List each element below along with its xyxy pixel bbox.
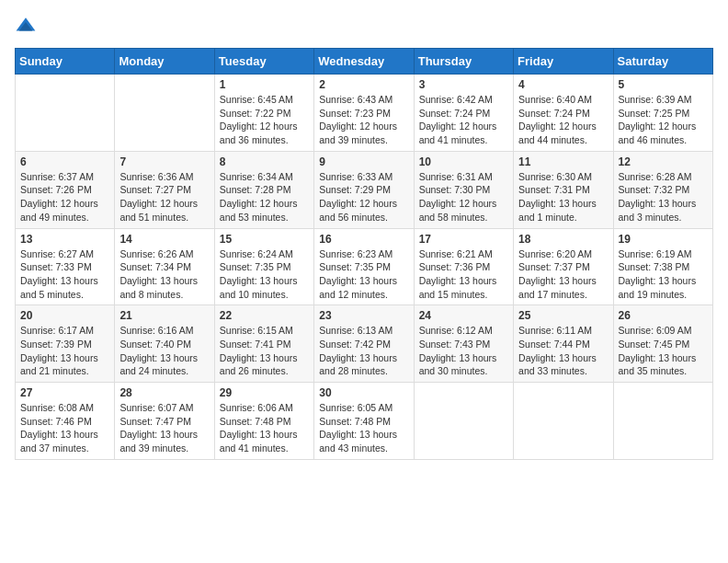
day-info: Sunrise: 6:28 AM Sunset: 7:32 PM Dayligh… — [619, 170, 708, 224]
header-tuesday: Tuesday — [214, 49, 313, 75]
day-info: Sunrise: 6:43 AM Sunset: 7:23 PM Dayligh… — [319, 93, 408, 147]
calendar-cell: 12Sunrise: 6:28 AM Sunset: 7:32 PM Dayli… — [613, 151, 712, 228]
calendar-cell: 3Sunrise: 6:42 AM Sunset: 7:24 PM Daylig… — [414, 75, 513, 152]
day-number: 15 — [220, 233, 309, 246]
header-wednesday: Wednesday — [314, 49, 414, 75]
day-info: Sunrise: 6:31 AM Sunset: 7:30 PM Dayligh… — [419, 170, 508, 224]
calendar-cell — [115, 75, 214, 152]
calendar-cell — [613, 383, 712, 460]
calendar-cell: 15Sunrise: 6:24 AM Sunset: 7:35 PM Dayli… — [214, 228, 313, 305]
calendar-cell: 2Sunrise: 6:43 AM Sunset: 7:23 PM Daylig… — [314, 75, 414, 152]
day-info: Sunrise: 6:21 AM Sunset: 7:36 PM Dayligh… — [419, 247, 508, 302]
calendar-cell — [16, 75, 115, 152]
day-number: 16 — [319, 233, 408, 246]
day-info: Sunrise: 6:12 AM Sunset: 7:43 PM Dayligh… — [419, 324, 508, 378]
day-number: 1 — [220, 78, 309, 91]
calendar-cell: 11Sunrise: 6:30 AM Sunset: 7:31 PM Dayli… — [514, 151, 613, 228]
calendar-cell: 4Sunrise: 6:40 AM Sunset: 7:24 PM Daylig… — [514, 75, 613, 152]
day-info: Sunrise: 6:26 AM Sunset: 7:34 PM Dayligh… — [119, 247, 209, 302]
day-number: 21 — [119, 309, 209, 322]
day-number: 3 — [419, 78, 508, 91]
calendar-cell: 19Sunrise: 6:19 AM Sunset: 7:38 PM Dayli… — [613, 228, 712, 305]
day-number: 2 — [319, 78, 408, 91]
day-info: Sunrise: 6:05 AM Sunset: 7:48 PM Dayligh… — [319, 401, 408, 455]
day-number: 5 — [619, 78, 708, 91]
day-info: Sunrise: 6:13 AM Sunset: 7:42 PM Dayligh… — [319, 324, 408, 378]
calendar-cell: 21Sunrise: 6:16 AM Sunset: 7:40 PM Dayli… — [115, 305, 214, 383]
day-info: Sunrise: 6:16 AM Sunset: 7:40 PM Dayligh… — [119, 324, 209, 378]
day-number: 22 — [220, 309, 309, 322]
day-info: Sunrise: 6:40 AM Sunset: 7:24 PM Dayligh… — [518, 93, 608, 147]
calendar-cell: 30Sunrise: 6:05 AM Sunset: 7:48 PM Dayli… — [314, 383, 414, 460]
day-number: 9 — [319, 155, 408, 168]
day-number: 4 — [518, 78, 608, 91]
calendar-week-row: 20Sunrise: 6:17 AM Sunset: 7:39 PM Dayli… — [16, 305, 713, 383]
calendar-week-row: 1Sunrise: 6:45 AM Sunset: 7:22 PM Daylig… — [16, 75, 713, 152]
calendar-cell: 5Sunrise: 6:39 AM Sunset: 7:25 PM Daylig… — [613, 75, 712, 152]
day-info: Sunrise: 6:39 AM Sunset: 7:25 PM Dayligh… — [619, 93, 708, 147]
calendar-cell: 14Sunrise: 6:26 AM Sunset: 7:34 PM Dayli… — [115, 228, 214, 305]
calendar-cell: 6Sunrise: 6:37 AM Sunset: 7:26 PM Daylig… — [16, 151, 115, 228]
calendar-cell: 1Sunrise: 6:45 AM Sunset: 7:22 PM Daylig… — [214, 75, 313, 152]
day-number: 8 — [220, 155, 309, 168]
day-info: Sunrise: 6:23 AM Sunset: 7:35 PM Dayligh… — [319, 247, 408, 302]
day-number: 17 — [419, 233, 508, 246]
day-info: Sunrise: 6:19 AM Sunset: 7:38 PM Dayligh… — [619, 247, 708, 302]
day-number: 13 — [20, 233, 109, 246]
calendar-header-row: SundayMondayTuesdayWednesdayThursdayFrid… — [16, 49, 713, 75]
header-thursday: Thursday — [414, 49, 513, 75]
calendar-cell: 9Sunrise: 6:33 AM Sunset: 7:29 PM Daylig… — [314, 151, 414, 228]
calendar-week-row: 13Sunrise: 6:27 AM Sunset: 7:33 PM Dayli… — [16, 228, 713, 305]
day-number: 25 — [518, 309, 608, 322]
calendar-cell: 22Sunrise: 6:15 AM Sunset: 7:41 PM Dayli… — [214, 305, 313, 383]
calendar-cell: 27Sunrise: 6:08 AM Sunset: 7:46 PM Dayli… — [16, 383, 115, 460]
header-monday: Monday — [115, 49, 214, 75]
day-number: 11 — [518, 155, 608, 168]
calendar-cell: 7Sunrise: 6:36 AM Sunset: 7:27 PM Daylig… — [115, 151, 214, 228]
day-number: 27 — [20, 386, 109, 399]
day-info: Sunrise: 6:33 AM Sunset: 7:29 PM Dayligh… — [319, 170, 408, 224]
calendar-cell: 16Sunrise: 6:23 AM Sunset: 7:35 PM Dayli… — [314, 228, 414, 305]
day-number: 29 — [220, 386, 309, 399]
calendar: SundayMondayTuesdayWednesdayThursdayFrid… — [15, 48, 713, 460]
day-info: Sunrise: 6:15 AM Sunset: 7:41 PM Dayligh… — [220, 324, 309, 378]
day-info: Sunrise: 6:06 AM Sunset: 7:48 PM Dayligh… — [220, 401, 309, 455]
logo — [15, 15, 40, 37]
calendar-cell — [514, 383, 613, 460]
calendar-cell: 18Sunrise: 6:20 AM Sunset: 7:37 PM Dayli… — [514, 228, 613, 305]
day-info: Sunrise: 6:09 AM Sunset: 7:45 PM Dayligh… — [619, 324, 708, 378]
day-info: Sunrise: 6:07 AM Sunset: 7:47 PM Dayligh… — [119, 401, 209, 455]
day-number: 12 — [619, 155, 708, 168]
calendar-cell: 20Sunrise: 6:17 AM Sunset: 7:39 PM Dayli… — [16, 305, 115, 383]
day-info: Sunrise: 6:34 AM Sunset: 7:28 PM Dayligh… — [220, 170, 309, 224]
header-friday: Friday — [514, 49, 613, 75]
calendar-cell: 10Sunrise: 6:31 AM Sunset: 7:30 PM Dayli… — [414, 151, 513, 228]
day-info: Sunrise: 6:30 AM Sunset: 7:31 PM Dayligh… — [518, 170, 608, 224]
calendar-cell — [414, 383, 513, 460]
calendar-cell: 28Sunrise: 6:07 AM Sunset: 7:47 PM Dayli… — [115, 383, 214, 460]
day-number: 18 — [518, 233, 608, 246]
day-info: Sunrise: 6:20 AM Sunset: 7:37 PM Dayligh… — [518, 247, 608, 302]
calendar-week-row: 6Sunrise: 6:37 AM Sunset: 7:26 PM Daylig… — [16, 151, 713, 228]
day-number: 26 — [619, 309, 708, 322]
day-info: Sunrise: 6:45 AM Sunset: 7:22 PM Dayligh… — [220, 93, 309, 147]
logo-icon — [15, 15, 37, 37]
day-info: Sunrise: 6:08 AM Sunset: 7:46 PM Dayligh… — [20, 401, 109, 455]
day-info: Sunrise: 6:37 AM Sunset: 7:26 PM Dayligh… — [20, 170, 109, 224]
day-number: 28 — [119, 386, 209, 399]
header-sunday: Sunday — [16, 49, 115, 75]
day-number: 23 — [319, 309, 408, 322]
day-number: 7 — [119, 155, 209, 168]
calendar-cell: 25Sunrise: 6:11 AM Sunset: 7:44 PM Dayli… — [514, 305, 613, 383]
day-number: 30 — [319, 386, 408, 399]
calendar-cell: 29Sunrise: 6:06 AM Sunset: 7:48 PM Dayli… — [214, 383, 313, 460]
calendar-week-row: 27Sunrise: 6:08 AM Sunset: 7:46 PM Dayli… — [16, 383, 713, 460]
day-info: Sunrise: 6:24 AM Sunset: 7:35 PM Dayligh… — [220, 247, 309, 302]
day-info: Sunrise: 6:11 AM Sunset: 7:44 PM Dayligh… — [518, 324, 608, 378]
calendar-cell: 26Sunrise: 6:09 AM Sunset: 7:45 PM Dayli… — [613, 305, 712, 383]
day-info: Sunrise: 6:36 AM Sunset: 7:27 PM Dayligh… — [119, 170, 209, 224]
calendar-cell: 8Sunrise: 6:34 AM Sunset: 7:28 PM Daylig… — [214, 151, 313, 228]
day-number: 10 — [419, 155, 508, 168]
calendar-cell: 17Sunrise: 6:21 AM Sunset: 7:36 PM Dayli… — [414, 228, 513, 305]
day-info: Sunrise: 6:17 AM Sunset: 7:39 PM Dayligh… — [20, 324, 109, 378]
